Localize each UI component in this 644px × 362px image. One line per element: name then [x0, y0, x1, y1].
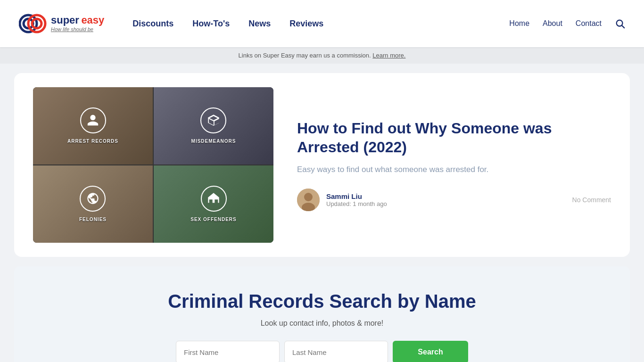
sex-offender-icon — [201, 186, 227, 212]
nav-howtos[interactable]: How-To's — [192, 19, 230, 29]
crime-image-grid: ARREST RECORDS MISDEMEANORS FELO — [33, 87, 273, 243]
felony-icon — [80, 186, 106, 212]
search-form-row: Search — [33, 341, 611, 362]
cell-label-misdemeanors: MISDEMEANORS — [191, 139, 236, 144]
nav-discounts[interactable]: Discounts — [132, 19, 173, 29]
first-name-input[interactable] — [176, 341, 280, 362]
article-subtitle: Easy ways to find out what someone was a… — [297, 165, 611, 174]
affiliate-link[interactable]: Learn more. — [372, 52, 405, 59]
no-comment: No Comment — [572, 196, 611, 204]
nav-home[interactable]: Home — [509, 19, 529, 28]
article-title: How to Find out Why Someone was Arrested… — [297, 119, 611, 156]
nav-reviews[interactable]: Reviews — [289, 19, 323, 29]
right-nav: Home About Contact — [509, 18, 625, 29]
logo-area[interactable]: super easy How life should be — [19, 9, 104, 38]
affiliate-text: Links on Super Easy may earn us a commis… — [239, 52, 371, 59]
author-updated: Updated: 1 month ago — [326, 200, 566, 207]
nav-news[interactable]: News — [248, 19, 271, 29]
logo-easy-text: easy — [81, 14, 104, 26]
last-name-input[interactable] — [284, 341, 388, 362]
misdemeanor-icon — [200, 107, 226, 133]
svg-point-7 — [304, 193, 313, 201]
logo-super-text: super — [51, 14, 79, 26]
grid-cell-felonies: FELONIES — [33, 165, 153, 243]
author-avatar — [297, 189, 320, 211]
grid-cell-arrest: ARREST RECORDS — [33, 87, 153, 165]
grid-cell-misdemeanors: MISDEMEANORS — [154, 87, 273, 165]
logo-icon — [19, 9, 47, 38]
nav-about[interactable]: About — [543, 19, 562, 28]
author-name: Sammi Liu — [326, 192, 566, 200]
search-button[interactable]: Search — [393, 341, 468, 362]
svg-line-5 — [622, 25, 624, 28]
author-row: Sammi Liu Updated: 1 month ago No Commen… — [297, 189, 611, 211]
search-section-title: Criminal Records Search by Name — [33, 290, 611, 313]
logo-tagline: How life should be — [51, 26, 104, 32]
main-nav: Discounts How-To's News Reviews — [132, 19, 509, 29]
arrest-icon — [80, 107, 106, 133]
article-text: How to Find out Why Someone was Arrested… — [297, 119, 611, 211]
cell-label-felonies: FELONIES — [79, 217, 107, 222]
cell-label-sex-offenders: SEX OFFENDERS — [190, 217, 236, 222]
nav-contact[interactable]: Contact — [576, 19, 602, 28]
search-section-subtitle: Look up contact info, photos & more! — [33, 319, 611, 328]
content-card: ARREST RECORDS MISDEMEANORS FELO — [14, 73, 630, 257]
search-section: Criminal Records Search by Name Look up … — [14, 266, 630, 362]
cell-label-arrest: ARREST RECORDS — [67, 139, 118, 144]
logo-text: super easy How life should be — [51, 15, 104, 32]
author-info: Sammi Liu Updated: 1 month ago — [326, 192, 566, 207]
affiliate-banner: Links on Super Easy may earn us a commis… — [0, 47, 644, 64]
avatar-placeholder — [297, 189, 320, 211]
search-icon[interactable] — [615, 18, 625, 29]
header: super easy How life should be Discounts … — [0, 0, 644, 47]
grid-cell-sex-offenders: SEX OFFENDERS — [154, 165, 273, 243]
article-hero: ARREST RECORDS MISDEMEANORS FELO — [14, 73, 630, 257]
